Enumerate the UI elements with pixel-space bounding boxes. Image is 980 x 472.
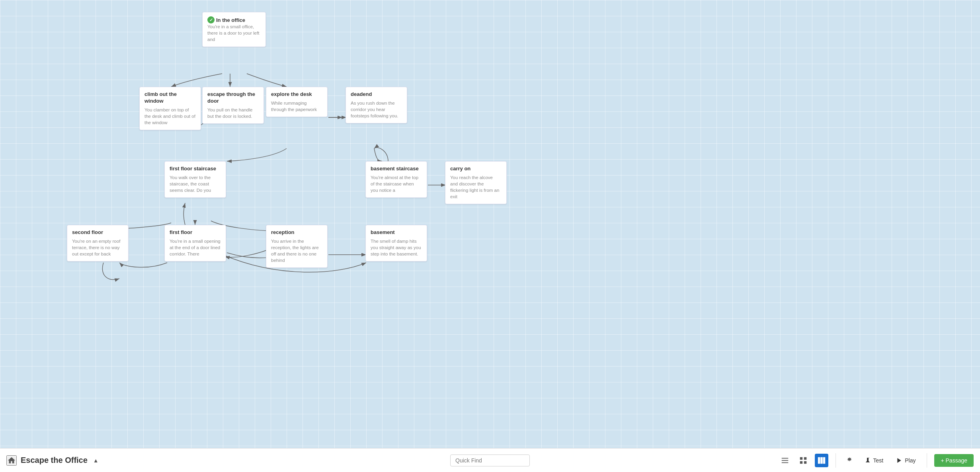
add-passage-button[interactable]: + Passage bbox=[934, 454, 974, 467]
home-icon bbox=[7, 456, 16, 465]
grid-icon bbox=[799, 456, 808, 465]
canvas-background bbox=[0, 0, 980, 448]
toolbar-center bbox=[329, 454, 651, 466]
passage-title: basement bbox=[371, 229, 422, 236]
passage-body: As you rush down the corridor you hear f… bbox=[351, 100, 402, 119]
passage-title: second floor bbox=[72, 229, 123, 236]
passage-body: You're in a small opening at the end of … bbox=[170, 238, 221, 257]
passage-title: escape through the door bbox=[207, 91, 259, 105]
toolbar-right: Test Play + Passage bbox=[651, 453, 974, 468]
passage-basement[interactable]: basement The smell of damp hits you stra… bbox=[365, 225, 427, 261]
list-icon bbox=[781, 456, 789, 465]
passage-title: climb out the window bbox=[144, 91, 196, 105]
passage-first-floor-staircase[interactable]: first floor staircase You walk over to t… bbox=[164, 161, 226, 198]
passage-title: reception bbox=[271, 229, 322, 236]
passage-second-floor[interactable]: second floor You're on an empty roof ter… bbox=[67, 225, 129, 261]
passage-body: The smell of damp hits you straight away… bbox=[371, 238, 422, 257]
play-label: Play bbox=[905, 457, 916, 464]
toolbar-divider-1 bbox=[836, 453, 836, 468]
quick-find-input[interactable] bbox=[450, 454, 530, 466]
svg-rect-3 bbox=[781, 462, 788, 463]
svg-marker-11 bbox=[898, 458, 901, 463]
caret-up-icon: ▲ bbox=[93, 457, 99, 464]
passage-title: basement staircase bbox=[371, 166, 422, 172]
passage-title: first floor staircase bbox=[170, 166, 221, 172]
gear-icon bbox=[845, 456, 853, 464]
passage-title: deadend bbox=[351, 91, 402, 98]
test-button[interactable]: Test bbox=[861, 455, 888, 466]
passage-body: You pull on the handle but the door is l… bbox=[207, 107, 259, 119]
svg-rect-2 bbox=[781, 460, 788, 461]
passage-body: You're almost at the top of the staircas… bbox=[371, 174, 422, 193]
svg-rect-1 bbox=[781, 458, 788, 458]
play-button[interactable]: Play bbox=[892, 455, 919, 466]
passage-carry-on[interactable]: carry on You reach the alcove and discov… bbox=[445, 161, 507, 204]
toolbar-left: Escape the Office ▲ bbox=[6, 455, 329, 466]
passage-escape-door[interactable]: escape through the door You pull on the … bbox=[202, 87, 264, 124]
passage-climb-out-window[interactable]: climb out the window You clamber on top … bbox=[139, 87, 201, 130]
grid-view-button[interactable] bbox=[796, 454, 810, 467]
story-title: Escape the Office bbox=[21, 456, 88, 465]
passage-reception[interactable]: reception You arrive in the reception, t… bbox=[266, 225, 328, 268]
passage-explore-desk[interactable]: explore the desk While rummaging through… bbox=[266, 87, 328, 117]
toolbar: Escape the Office ▲ bbox=[0, 448, 980, 472]
passage-deadend[interactable]: deadend As you rush down the corridor yo… bbox=[346, 87, 407, 123]
test-icon bbox=[865, 457, 871, 464]
passage-body: While rummaging through the paperwork bbox=[271, 100, 322, 113]
passage-body: You arrive in the reception, the lights … bbox=[271, 238, 322, 263]
passage-title: explore the desk bbox=[271, 91, 322, 98]
svg-rect-5 bbox=[804, 457, 806, 459]
passage-title: carry on bbox=[450, 166, 502, 172]
svg-rect-9 bbox=[820, 457, 823, 464]
list-view-button[interactable] bbox=[778, 454, 792, 467]
passage-body: You clamber on top of the desk and climb… bbox=[144, 107, 196, 126]
passage-basement-staircase[interactable]: basement staircase You're almost at the … bbox=[365, 161, 427, 198]
add-passage-label: + Passage bbox=[941, 457, 967, 464]
story-map-button[interactable] bbox=[815, 454, 828, 467]
play-icon bbox=[896, 457, 902, 464]
svg-rect-10 bbox=[823, 457, 825, 464]
start-icon: ✓ bbox=[207, 16, 215, 23]
home-button[interactable] bbox=[6, 455, 17, 466]
story-format-button[interactable] bbox=[843, 454, 856, 467]
svg-rect-8 bbox=[818, 457, 820, 464]
toolbar-divider-2 bbox=[927, 453, 927, 468]
passage-title: first floor bbox=[170, 229, 221, 236]
passage-title: In the office bbox=[216, 17, 245, 23]
svg-rect-6 bbox=[800, 461, 802, 463]
passage-body: You're in a small office, there is a doo… bbox=[207, 23, 261, 43]
map-icon bbox=[817, 456, 826, 465]
passage-in-the-office[interactable]: ✓ In the office You're in a small office… bbox=[202, 12, 266, 47]
passage-first-floor[interactable]: first floor You're in a small opening at… bbox=[164, 225, 226, 261]
passage-body: You're on an empty roof terrace, there i… bbox=[72, 238, 123, 257]
svg-rect-7 bbox=[804, 461, 806, 463]
test-label: Test bbox=[873, 457, 884, 464]
svg-rect-4 bbox=[800, 457, 802, 459]
passage-body: You reach the alcove and discover the fl… bbox=[450, 174, 502, 200]
passage-body: You walk over to the staircase, the coas… bbox=[170, 174, 221, 193]
